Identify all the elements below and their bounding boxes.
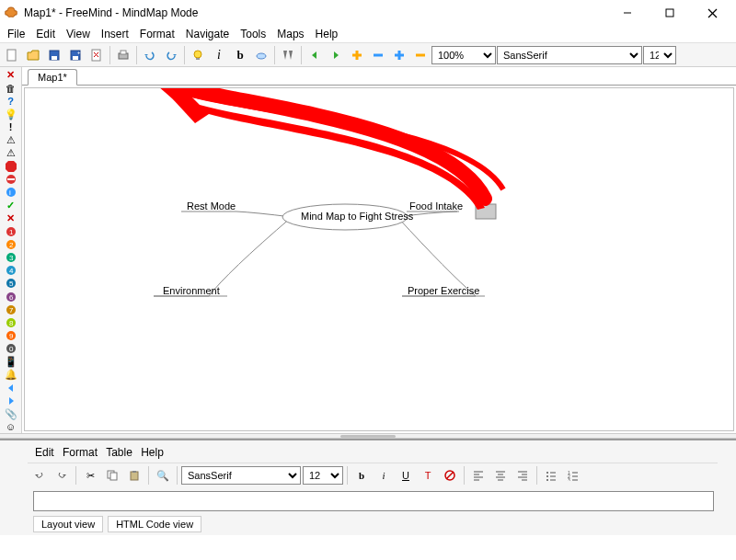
e-alignr-icon[interactable]	[512, 465, 533, 486]
e-font-combo[interactable]: SansSerif	[181, 466, 301, 485]
pal-info-icon[interactable]: i	[3, 187, 19, 199]
pal-pri0-icon[interactable]: 0	[3, 343, 19, 355]
pal-pri2-icon[interactable]: 2	[3, 238, 19, 250]
node-rest[interactable]: Rest Mode	[187, 200, 236, 211]
menu-view[interactable]: View	[61, 26, 96, 42]
pal-ok-icon[interactable]: ✓	[3, 200, 19, 211]
pal-warn2-icon[interactable]: ⚠	[3, 147, 19, 159]
pal-help-icon[interactable]: ?	[3, 95, 19, 107]
node-food[interactable]: Food Intake	[409, 200, 463, 211]
e-cut-icon[interactable]: ✂	[80, 465, 100, 486]
e-copy-icon[interactable]	[102, 465, 122, 486]
pal-phone-icon[interactable]: 📱	[3, 356, 19, 368]
new-button[interactable]	[2, 45, 22, 65]
pal-cancel-icon[interactable]	[3, 173, 19, 185]
e-alignc-icon[interactable]	[490, 465, 511, 486]
svg-line-3	[708, 9, 717, 17]
pal-back-icon[interactable]	[3, 382, 19, 394]
maximize-button[interactable]	[650, 1, 690, 25]
menu-format[interactable]: Format	[134, 26, 180, 42]
node-exercise[interactable]: Proper Exercise	[408, 285, 479, 296]
pal-stop-icon[interactable]	[3, 160, 19, 172]
menu-help[interactable]: Help	[310, 26, 344, 42]
svg-rect-51	[131, 472, 138, 480]
pal-warn-icon[interactable]: ⚠	[3, 134, 19, 146]
e-ul-icon[interactable]	[541, 465, 561, 486]
pal-attach-icon[interactable]: 📎	[3, 407, 19, 419]
editor-textfield[interactable]	[33, 491, 714, 511]
close-button[interactable]	[692, 1, 732, 25]
center-node[interactable]: Mind Map to Fight Stress	[301, 211, 413, 222]
tab-bar: Map1*	[22, 67, 736, 86]
nav-next-button[interactable]	[326, 45, 346, 65]
italic-button[interactable]: i	[209, 45, 229, 65]
pal-bell-icon[interactable]: 🔔	[3, 369, 19, 381]
menu-maps[interactable]: Maps	[271, 26, 309, 42]
open-button[interactable]	[23, 45, 43, 65]
pal-pri3-icon[interactable]: 3	[3, 251, 19, 263]
emenu-format[interactable]: Format	[63, 446, 98, 459]
add-node-button[interactable]	[347, 45, 367, 65]
pal-pri7-icon[interactable]: 7	[3, 303, 19, 315]
mindmap-canvas[interactable]: Mind Map to Fight Stress Rest Mode Food …	[24, 87, 734, 431]
undo-button[interactable]	[140, 45, 160, 65]
menu-edit[interactable]: Edit	[30, 26, 61, 42]
e-paste-icon[interactable]	[124, 465, 144, 486]
pal-smile-icon[interactable]: ☺	[3, 421, 19, 433]
menu-navigate[interactable]: Navigate	[180, 26, 235, 42]
minimize-button[interactable]	[607, 1, 648, 25]
e-bold-icon[interactable]: b	[351, 465, 372, 486]
menu-file[interactable]: File	[2, 26, 30, 42]
e-alignl-icon[interactable]	[468, 465, 489, 486]
cloud-button[interactable]	[251, 45, 271, 65]
find-button[interactable]	[278, 45, 298, 65]
bold-button[interactable]: b	[230, 45, 250, 65]
app-icon	[4, 6, 18, 20]
emenu-table[interactable]: Table	[106, 446, 132, 459]
pal-pri9-icon[interactable]: 9	[3, 329, 19, 341]
pal-pri4-icon[interactable]: 4	[3, 265, 19, 277]
fontsize-combo[interactable]: 12	[643, 46, 676, 64]
save-button[interactable]	[44, 45, 64, 65]
pal-pri5-icon[interactable]: 5	[3, 278, 19, 290]
close-doc-button[interactable]	[86, 45, 107, 65]
pal-notok-icon[interactable]: ✕	[3, 212, 19, 224]
node-env[interactable]: Environment	[163, 285, 220, 296]
pal-pri8-icon[interactable]: 8	[3, 316, 19, 328]
e-ol-icon[interactable]: 123	[563, 465, 583, 486]
emenu-edit[interactable]: Edit	[35, 446, 54, 459]
font-combo[interactable]: SansSerif	[497, 46, 642, 64]
menu-insert[interactable]: Insert	[96, 26, 134, 42]
e-italic-icon[interactable]: i	[374, 465, 394, 486]
pal-pri6-icon[interactable]: 6	[3, 291, 19, 303]
pal-bulb-icon[interactable]: 💡	[3, 109, 19, 120]
saveas-button[interactable]: +	[65, 45, 86, 65]
e-clear-icon[interactable]	[440, 465, 460, 486]
pal-delete-icon[interactable]: ✕	[3, 69, 19, 81]
menu-tools[interactable]: Tools	[235, 26, 271, 42]
print-button[interactable]	[113, 45, 133, 65]
zoom-combo[interactable]: 100%	[431, 46, 496, 64]
nav-prev-button[interactable]	[305, 45, 325, 65]
remove-child-button[interactable]	[410, 45, 431, 65]
html-view-tab[interactable]: HTML Code view	[108, 516, 201, 532]
e-find-icon[interactable]: 🔍	[153, 465, 173, 486]
idea-icon[interactable]	[188, 45, 208, 65]
emenu-help[interactable]: Help	[141, 446, 164, 459]
e-undo-icon[interactable]	[29, 465, 50, 486]
pal-trash-icon[interactable]: 🗑	[3, 82, 19, 94]
e-size-combo[interactable]: 12	[303, 466, 343, 485]
svg-point-39	[6, 331, 16, 340]
e-redo-icon[interactable]	[52, 465, 72, 486]
pal-exclaim-icon[interactable]: !	[3, 121, 19, 133]
e-underline-icon[interactable]: U	[396, 465, 416, 486]
redo-button[interactable]	[161, 45, 181, 65]
remove-node-button[interactable]	[368, 45, 388, 65]
e-color-icon[interactable]: T	[418, 465, 438, 486]
pal-fwd-icon[interactable]	[3, 394, 19, 406]
svg-rect-52	[132, 471, 136, 473]
map-tab[interactable]: Map1*	[28, 69, 77, 86]
pal-pri1-icon[interactable]: 1	[3, 225, 19, 237]
layout-view-tab[interactable]: Layout view	[33, 516, 103, 532]
add-child-button[interactable]	[389, 45, 409, 65]
